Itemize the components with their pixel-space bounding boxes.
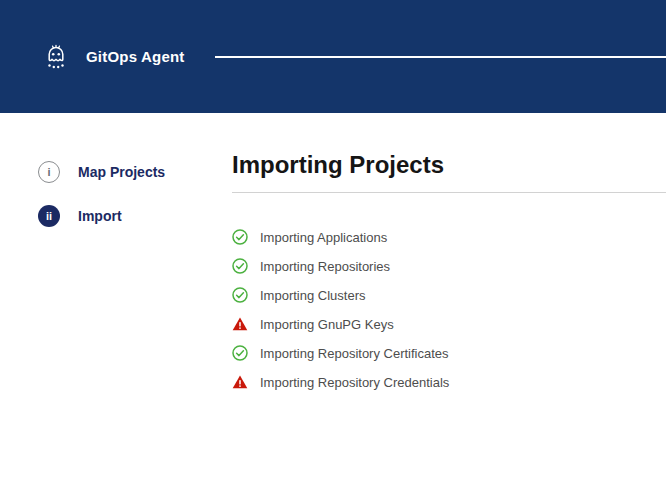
warning-triangle-icon (232, 374, 248, 390)
page-title: Importing Projects (232, 151, 666, 193)
app-header: GitOps Agent (0, 0, 666, 113)
status-row: Importing Applications (232, 229, 666, 245)
status-label: Importing Repositories (260, 259, 390, 274)
status-row: Importing Repository Credentials (232, 374, 666, 390)
app-title: GitOps Agent (86, 48, 185, 65)
check-circle-icon (232, 345, 248, 361)
status-label: Importing Applications (260, 230, 387, 245)
step-number-badge: ii (38, 205, 60, 227)
wizard-stepper: i Map Projects ii Import (0, 113, 232, 403)
step-label: Import (78, 208, 122, 224)
content-area: i Map Projects ii Import Importing Proje… (0, 113, 666, 403)
import-status-list: Importing Applications Importing Reposit… (232, 193, 666, 390)
status-label: Importing Repository Certificates (260, 346, 449, 361)
warning-triangle-icon (232, 316, 248, 332)
status-row: Importing Repositories (232, 258, 666, 274)
check-circle-icon (232, 287, 248, 303)
check-circle-icon (232, 229, 248, 245)
step-label: Map Projects (78, 164, 165, 180)
status-label: Importing Repository Credentials (260, 375, 449, 390)
step-map-projects[interactable]: i Map Projects (38, 161, 232, 183)
status-label: Importing GnuPG Keys (260, 317, 394, 332)
check-circle-icon (232, 258, 248, 274)
main-panel: Importing Projects Importing Application… (232, 113, 666, 403)
status-row: Importing Clusters (232, 287, 666, 303)
step-number-badge: i (38, 161, 60, 183)
header-divider-line (215, 56, 666, 58)
status-row: Importing Repository Certificates (232, 345, 666, 361)
octopus-icon (40, 41, 72, 73)
status-row: Importing GnuPG Keys (232, 316, 666, 332)
step-import[interactable]: ii Import (38, 205, 232, 227)
status-label: Importing Clusters (260, 288, 365, 303)
